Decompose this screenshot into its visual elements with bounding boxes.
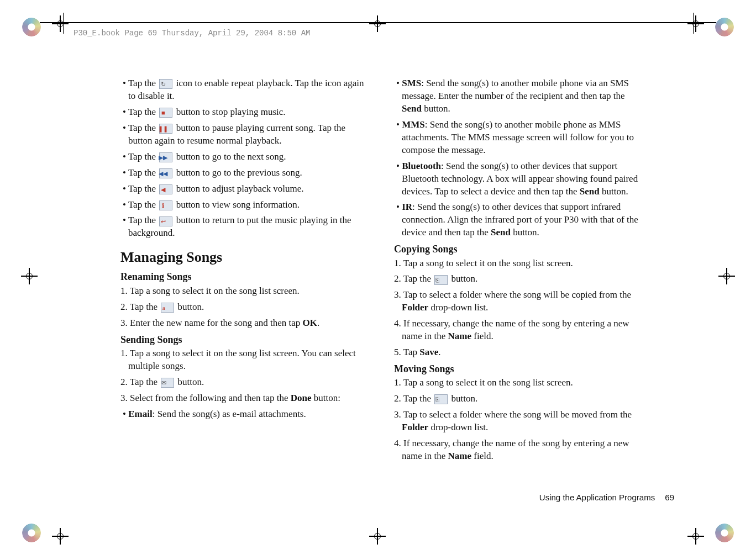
right-column: SMS: Send the song(s) to another mobile … — [394, 77, 640, 466]
colorwheel-icon — [22, 18, 41, 36]
copy-step-1: 1. Tap a song to select it on the song l… — [394, 257, 640, 270]
return-icon: ↩ — [159, 216, 172, 226]
copy-step-5: 5. Tap Save. — [394, 346, 640, 359]
info-icon: ℹ — [159, 200, 172, 210]
page-number: 69 — [665, 493, 674, 502]
repeat-icon: ↻ — [159, 79, 172, 89]
copy-step-2: 2. Tap the ⎘ button. — [394, 273, 640, 286]
bullet-volume: Tap the ◀ button to adjust playback volu… — [120, 183, 366, 196]
send-option-ir: IR: Send the song(s) to other devices th… — [394, 201, 640, 239]
copy-step-3: 3. Tap to select a folder where the song… — [394, 289, 640, 314]
send-step-3: 3. Select from the following and then ta… — [120, 392, 366, 405]
send-option-mms: MMS: Send the song(s) to another mobile … — [394, 119, 640, 157]
rename-icon: a — [161, 303, 174, 313]
colorwheel-icon — [715, 524, 734, 542]
copy-step-4: 4. If necessary, change the name of the … — [394, 318, 640, 343]
send-icon: ✉ — [161, 378, 174, 388]
rename-step-2: 2. Tap the a button. — [120, 301, 366, 314]
registration-mark-icon — [687, 528, 704, 545]
colorwheel-icon — [22, 524, 41, 542]
rename-step-1: 1. Tap a song to select it on the song l… — [120, 285, 366, 298]
bullet-info: Tap the ℹ button to view song informatio… — [120, 199, 366, 212]
registration-mark-icon — [687, 15, 704, 32]
prev-icon: ◀◀ — [159, 168, 172, 178]
registration-mark-icon — [21, 268, 38, 284]
send-option-bluetooth: Bluetooth: Send the song(s) to other dev… — [394, 160, 640, 198]
heading-sending-songs: Sending Songs — [120, 333, 366, 346]
bullet-pause: Tap the ❚❚ button to pause playing curre… — [120, 122, 366, 147]
send-step-1: 1. Tap a song to select it on the song l… — [120, 347, 366, 373]
send-option-sms: SMS: Send the song(s) to another mobile … — [394, 77, 640, 115]
registration-mark-icon — [369, 15, 386, 32]
colorwheel-icon — [715, 18, 734, 36]
volume-icon: ◀ — [159, 184, 172, 194]
bullet-return: Tap the ↩ button to return to put the mu… — [120, 214, 366, 240]
page-footer: Using the Application Programs 69 — [539, 493, 674, 502]
move-step-2: 2. Tap the ⎘ button. — [394, 393, 640, 405]
heading-managing-songs: Managing Songs — [120, 247, 366, 267]
send-option-email: Email: Send the song(s) as e-mail attach… — [120, 408, 366, 421]
rename-step-3: 3. Enter the new name for the song and t… — [120, 317, 366, 330]
footer-title: Using the Application Programs — [539, 493, 655, 502]
left-column: Tap the ↻ icon to enable repeat playback… — [120, 77, 366, 466]
bullet-next: Tap the ▶▶ button to go to the next song… — [120, 151, 366, 163]
heading-copying-songs: Copying Songs — [394, 242, 640, 256]
bullet-prev: Tap the ◀◀ button to go to the previous … — [120, 167, 366, 179]
content-area: Tap the ↻ icon to enable repeat playback… — [120, 77, 701, 466]
registration-mark-icon — [718, 268, 735, 284]
pause-icon: ❚❚ — [159, 124, 172, 134]
next-icon: ▶▶ — [159, 152, 172, 162]
copy-icon: ⎘ — [434, 275, 448, 285]
stop-icon: ■ — [159, 108, 172, 118]
registration-mark-icon — [52, 15, 69, 32]
move-icon: ⎘ — [434, 394, 448, 404]
bullet-stop: Tap the ■ button to stop playing music. — [120, 106, 366, 119]
bullet-repeat: Tap the ↻ icon to enable repeat playback… — [120, 77, 366, 103]
header-meta: P30_E.book Page 69 Thursday, April 29, 2… — [74, 29, 310, 38]
heading-moving-songs: Moving Songs — [394, 362, 640, 376]
move-step-1: 1. Tap a song to select it on the song l… — [394, 377, 640, 389]
move-step-4: 4. If necessary, change the name of the … — [394, 437, 640, 463]
heading-renaming-songs: Renaming Songs — [120, 270, 366, 283]
move-step-3: 3. Tap to select a folder where the song… — [394, 409, 640, 434]
document-page: P30_E.book Page 69 Thursday, April 29, 2… — [0, 0, 756, 560]
send-step-2: 2. Tap the ✉ button. — [120, 376, 366, 389]
registration-mark-icon — [369, 528, 386, 545]
registration-mark-icon — [52, 528, 69, 545]
